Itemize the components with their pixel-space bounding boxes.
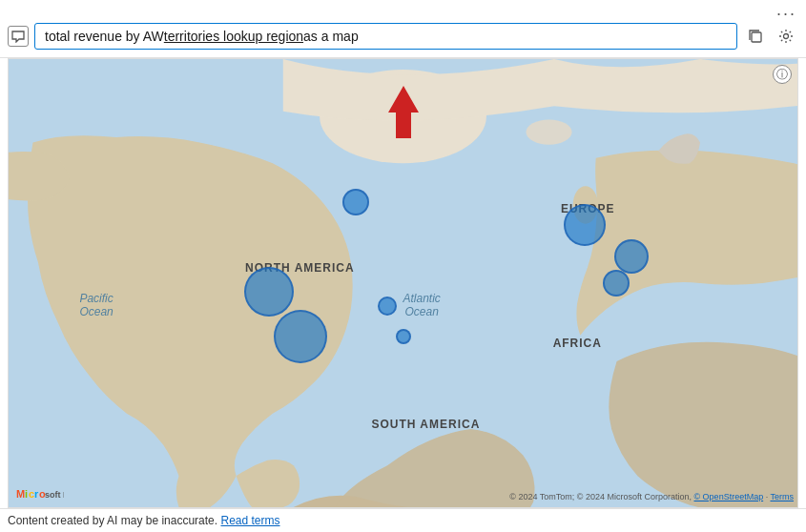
top-dots-menu[interactable]: ··· (776, 4, 796, 24)
search-row: total revenue by AW territories lookup r… (0, 15, 806, 58)
search-text-underlined: territories lookup region (164, 29, 303, 44)
disclaimer-bar: Content created by AI may be inaccurate.… (0, 508, 806, 532)
svg-rect-0 (752, 32, 761, 42)
svg-point-4 (573, 186, 598, 223)
svg-text:M: M (16, 488, 25, 500)
info-button[interactable]: ⓘ (773, 65, 792, 84)
chat-icon[interactable] (8, 26, 29, 47)
openstreetmap-link[interactable]: © OpenStreetMap (693, 492, 763, 501)
search-input[interactable]: total revenue by AW territories lookup r… (34, 23, 737, 50)
map-attribution: © 2024 TomTom; © 2024 Microsoft Corporat… (509, 492, 794, 501)
red-arrow (384, 86, 423, 142)
read-terms-link[interactable]: Read terms (220, 514, 279, 527)
search-text-normal2: as a map (303, 29, 359, 44)
app-container: ··· total revenue by AW territories look… (0, 0, 806, 532)
bing-logo: M i c r o soft Bing (16, 486, 64, 501)
svg-text:soft Bing: soft Bing (45, 490, 64, 500)
terms-link[interactable]: Terms (771, 492, 795, 501)
svg-marker-5 (388, 86, 419, 138)
disclaimer-text: Content created by AI may be inaccurate. (8, 514, 217, 527)
map-container: NORTH AMERICA EUROPE AFRICA SOUTH AMERIC… (8, 58, 798, 508)
svg-text:i: i (25, 488, 28, 500)
svg-point-3 (526, 119, 571, 144)
settings-button[interactable] (774, 24, 798, 49)
search-text-normal: total revenue by AW (45, 29, 164, 44)
svg-point-1 (784, 34, 789, 39)
duplicate-button[interactable] (743, 24, 768, 49)
